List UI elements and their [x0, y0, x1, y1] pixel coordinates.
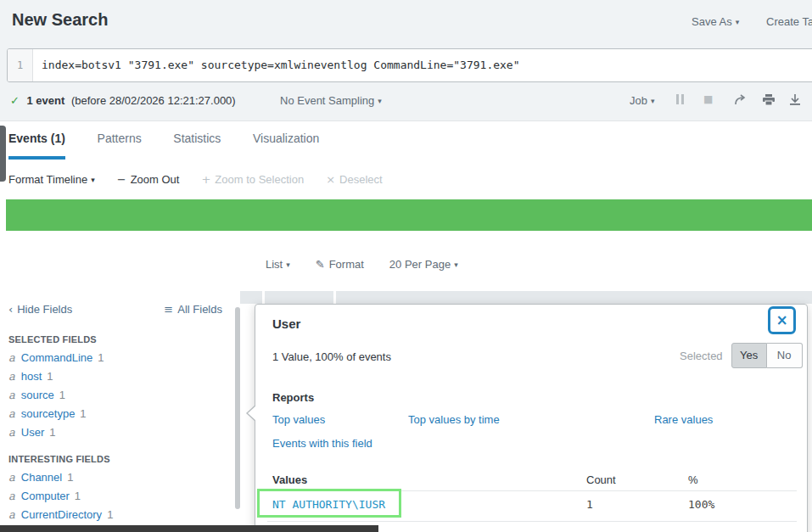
tab-statistics[interactable]: Statistics: [173, 132, 221, 156]
fields-sidebar-header: ‹Hide Fields ≡All Fields: [0, 293, 234, 322]
values-column-header: Values: [272, 473, 307, 486]
zoom-out-button[interactable]: −Zoom Out: [117, 173, 180, 186]
field-type-icon: a: [8, 370, 15, 383]
selected-yes-button[interactable]: Yes: [731, 343, 767, 368]
caret-down-icon: ▾: [651, 97, 655, 105]
count-column-header: Count: [586, 473, 616, 486]
tab-patterns[interactable]: Patterns: [98, 132, 142, 156]
splunk-search-page: New Search Save As▾ Create Table View 1 …: [0, 0, 812, 532]
bottom-window-edge: [0, 525, 378, 532]
field-row-user[interactable]: aUser1: [0, 423, 234, 442]
job-controls: ■: [676, 93, 800, 105]
field-row-host[interactable]: ahost1: [0, 367, 234, 386]
top-values-link[interactable]: Top values: [272, 413, 325, 426]
field-type-icon: a: [8, 508, 15, 521]
zoom-to-selection-button[interactable]: +Zoom to Selection: [201, 173, 304, 186]
caret-down-icon: ▾: [91, 176, 95, 184]
timeline-controls: Format Timeline▾ −Zoom Out +Zoom to Sele…: [8, 173, 383, 186]
field-row-commandline[interactable]: aCommandLine1: [0, 349, 234, 367]
field-row-computer[interactable]: aComputer1: [0, 487, 234, 506]
percent-column-header: %: [688, 473, 698, 486]
events-table-header-info-col: [240, 291, 262, 304]
field-row-channel[interactable]: aChannel1: [0, 468, 234, 487]
time-range-note: (before 28/02/2026 12:21:27.000): [71, 94, 236, 107]
top-values-by-time-link[interactable]: Top values by time: [408, 413, 500, 426]
list-icon: ≡: [164, 303, 173, 316]
interesting-fields-header: INTERESTING FIELDS: [8, 454, 234, 464]
field-type-icon: a: [8, 407, 15, 420]
event-count: 1 event: [27, 94, 65, 107]
search-query-input[interactable]: index=botsv1 "3791.exe" sourcetype=xmlwi…: [33, 49, 520, 81]
create-table-view-button[interactable]: Create Table View: [766, 15, 812, 28]
chevron-left-icon: ‹: [8, 303, 13, 316]
field-row-source[interactable]: asource1: [0, 386, 234, 405]
events-table-header-time-col: [265, 291, 333, 304]
field-type-icon: a: [8, 471, 15, 484]
search-result-summary: ✓ 1 event (before 28/02/2026 12:21:27.00…: [10, 94, 236, 107]
selected-fields-header: SELECTED FIELDS: [8, 334, 234, 344]
save-as-button[interactable]: Save As▾: [692, 15, 739, 28]
share-icon[interactable]: [735, 94, 748, 105]
per-page-dropdown[interactable]: 20 Per Page▾: [389, 258, 458, 271]
close-icon: ×: [326, 173, 335, 186]
caret-down-icon: ▾: [736, 18, 740, 26]
minus-icon: −: [117, 173, 126, 186]
reports-header: Reports: [272, 391, 314, 404]
export-icon[interactable]: [790, 94, 800, 105]
rare-values-link[interactable]: Rare values: [654, 413, 713, 426]
selected-toggle-group: Selected Yes No: [680, 343, 803, 368]
format-timeline-dropdown[interactable]: Format Timeline▾: [8, 173, 95, 186]
events-table-header-event-col: [336, 291, 812, 304]
format-button[interactable]: ✎Format: [316, 258, 364, 271]
popup-callout-arrow: [248, 406, 256, 421]
field-type-icon: a: [8, 426, 15, 439]
fields-sidebar: ‹Hide Fields ≡All Fields SELECTED FIELDS…: [0, 293, 234, 532]
field-summary-popup: User × 1 Value, 100% of events Selected …: [255, 304, 808, 532]
stop-icon[interactable]: ■: [703, 93, 713, 105]
timeline-histogram-bar[interactable]: [6, 199, 812, 231]
field-row-sourcetype[interactable]: asourcetype1: [0, 405, 234, 423]
caret-down-icon: ▾: [454, 260, 458, 269]
event-sampling-dropdown[interactable]: No Event Sampling▾: [280, 94, 382, 107]
hide-fields-link[interactable]: ‹Hide Fields: [8, 303, 72, 316]
annotation-highlight-box: [257, 489, 401, 518]
search-line-number: 1: [8, 49, 33, 81]
list-type-dropdown[interactable]: List▾: [266, 258, 290, 271]
print-icon[interactable]: [763, 94, 775, 105]
table-divider: [267, 521, 797, 522]
field-type-icon: a: [8, 490, 15, 502]
popup-close-button[interactable]: ×: [768, 306, 796, 334]
value-count-cell: 1: [586, 498, 593, 511]
pause-icon[interactable]: [676, 94, 685, 104]
list-controls: List▾ ✎Format 20 Per Page▾: [266, 258, 458, 271]
field-row-currentdirectory[interactable]: aCurrentDirectory1: [0, 506, 234, 524]
selected-no-button[interactable]: No: [767, 343, 803, 368]
events-with-field-link[interactable]: Events with this field: [272, 437, 372, 450]
page-title: New Search: [12, 10, 108, 30]
all-fields-link[interactable]: ≡All Fields: [164, 303, 222, 316]
caret-down-icon: ▾: [286, 260, 290, 269]
sidebar-scrollbar[interactable]: [235, 307, 240, 509]
pencil-icon: ✎: [316, 258, 325, 271]
popup-summary: 1 Value, 100% of events: [272, 350, 391, 363]
job-dropdown[interactable]: Job▾: [630, 94, 655, 107]
tab-visualization[interactable]: Visualization: [253, 132, 319, 156]
selected-label: Selected: [680, 350, 723, 362]
field-type-icon: a: [8, 351, 15, 364]
field-type-icon: a: [8, 389, 15, 401]
caret-down-icon: ▾: [378, 97, 382, 105]
value-percent-cell: 100%: [688, 498, 714, 511]
top-header-area: New Search Save As▾ Create Table View 1 …: [0, 0, 812, 121]
search-bar[interactable]: 1 index=botsv1 "3791.exe" sourcetype=xml…: [7, 48, 812, 82]
left-edge-scrollbar-thumb[interactable]: [0, 126, 6, 182]
results-tabs: Events (1) Patterns Statistics Visualiza…: [8, 132, 348, 160]
deselect-button[interactable]: ×Deselect: [326, 173, 382, 186]
success-check-icon: ✓: [10, 94, 20, 107]
popup-title: User: [272, 316, 300, 331]
plus-icon: +: [201, 173, 210, 186]
tab-events[interactable]: Events (1): [8, 132, 65, 160]
